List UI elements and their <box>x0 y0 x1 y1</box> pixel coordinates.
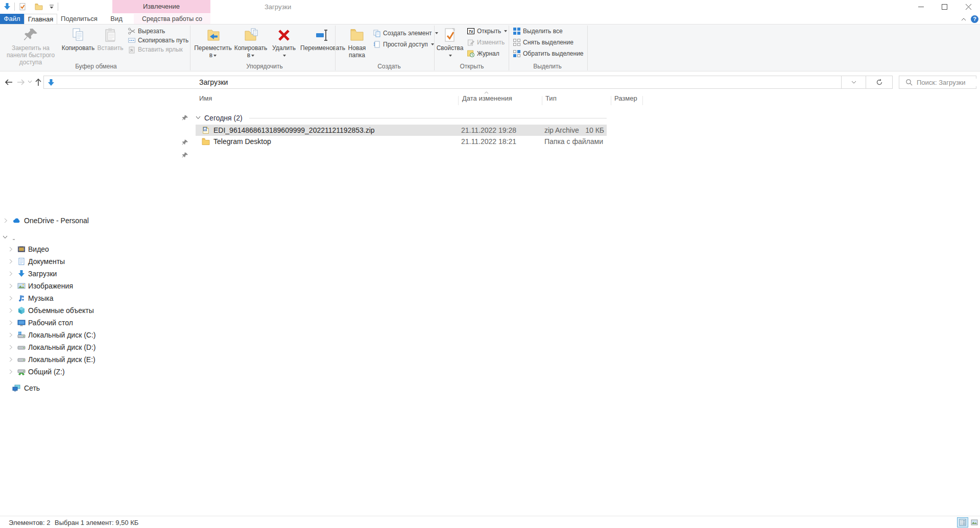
chevron-right-icon[interactable] <box>9 247 13 252</box>
move-to-button[interactable]: Переместить в <box>194 26 232 63</box>
column-separator[interactable] <box>542 96 542 105</box>
sidebar-item-downloads[interactable]: Загрузки <box>0 268 189 280</box>
column-header-size[interactable]: Размер <box>614 94 637 102</box>
search-box[interactable] <box>899 76 976 89</box>
delete-button[interactable]: Удалить <box>270 26 298 63</box>
group-label-clipboard: Буфер обмена <box>55 63 137 70</box>
maximize-button[interactable] <box>933 0 956 14</box>
collapse-group-chevron-icon[interactable] <box>196 116 201 119</box>
sidebar-item-label: Видео <box>28 245 49 253</box>
chevron-down-icon[interactable] <box>3 235 8 239</box>
chevron-right-icon[interactable] <box>9 283 13 289</box>
sidebar-item-network[interactable]: Сеть <box>0 382 189 394</box>
column-separator[interactable] <box>611 96 611 105</box>
chevron-right-icon[interactable] <box>9 308 13 313</box>
search-input[interactable] <box>917 79 977 86</box>
new-item-label: Создать элемент <box>383 30 432 37</box>
sidebar-item-this-pc[interactable] <box>0 232 189 244</box>
sidebar-item-videos[interactable]: Видео <box>0 243 189 255</box>
dropdown-arrow-icon <box>431 43 434 45</box>
chevron-right-icon[interactable] <box>9 259 13 264</box>
rename-icon <box>315 27 331 43</box>
tab-view[interactable]: Вид <box>101 14 132 24</box>
sidebar-item-music[interactable]: Музыка <box>0 292 189 304</box>
edit-button[interactable]: Изменить <box>467 38 505 47</box>
column-header-name[interactable]: Имя <box>199 94 212 102</box>
refresh-icon[interactable] <box>866 76 893 89</box>
collapse-ribbon-icon[interactable] <box>959 15 968 23</box>
sidebar-item-3d-objects[interactable]: Объемные объекты <box>0 304 189 317</box>
copy-path-button[interactable]: Скопировать путь <box>128 36 188 45</box>
group-divider-line <box>249 118 607 118</box>
new-item-button[interactable]: Создать элемент <box>373 29 438 38</box>
address-bar[interactable] <box>43 76 842 89</box>
chevron-right-icon[interactable] <box>9 369 13 374</box>
qat-customize-chevron-icon[interactable] <box>49 4 55 10</box>
address-dropdown-icon[interactable] <box>842 76 866 89</box>
tab-compressed-folder-tools[interactable]: Средства работы со сжатыми папками <box>134 14 210 24</box>
minimize-button[interactable] <box>909 0 933 14</box>
sidebar-item-local-disk-c[interactable]: Локальный диск (C:) <box>0 329 189 341</box>
search-icon <box>905 79 913 86</box>
back-icon[interactable] <box>4 78 13 87</box>
select-none-button[interactable]: Снять выделение <box>513 38 573 47</box>
move-to-icon <box>205 27 221 43</box>
paste-shortcut-button[interactable]: Вставить ярлык <box>128 45 183 54</box>
close-button[interactable] <box>957 0 980 14</box>
chevron-right-icon[interactable] <box>9 296 13 301</box>
date-group-header[interactable]: Сегодня (2) <box>196 113 609 123</box>
sidebar-item-local-disk-e[interactable]: Локальный диск (E:) <box>0 353 189 366</box>
sidebar-item-desktop[interactable]: Рабочий стол <box>0 317 189 329</box>
column-header-date[interactable]: Дата изменения <box>462 94 512 102</box>
history-button[interactable]: Журнал <box>467 49 499 58</box>
dropdown-arrow-icon <box>504 30 507 32</box>
chevron-right-icon[interactable] <box>4 218 8 223</box>
help-icon[interactable]: ? <box>970 15 979 23</box>
explorer-window: Извлечение Загрузки Файл Главная Поделит… <box>0 0 980 528</box>
drive-icon <box>17 355 26 364</box>
select-all-button[interactable]: Выделить все <box>513 27 563 36</box>
chevron-right-icon[interactable] <box>9 271 13 276</box>
new-folder-button[interactable]: Новая папка <box>344 26 370 63</box>
paste-button[interactable]: Вставить <box>96 26 125 63</box>
easy-access-button[interactable]: Простой доступ <box>373 40 434 49</box>
details-view-button[interactable] <box>957 517 968 527</box>
properties-icon <box>442 27 458 43</box>
column-separator[interactable] <box>642 96 643 105</box>
open-button[interactable]: 7z Открыть <box>467 27 507 36</box>
chevron-right-icon[interactable] <box>9 332 13 338</box>
sidebar-item-local-disk-d[interactable]: Локальный диск (D:) <box>0 341 189 353</box>
pin-to-quick-access-button[interactable]: Закрепить на панели быстрого доступа <box>2 26 59 63</box>
column-header-type[interactable]: Тип <box>545 94 557 102</box>
sidebar-item-shared-disk-z[interactable]: Общий (Z:) <box>0 366 189 378</box>
address-path-segment[interactable]: Загрузки <box>199 78 228 86</box>
chevron-right-icon[interactable] <box>9 320 13 325</box>
forward-icon[interactable] <box>16 78 26 87</box>
copy-to-button[interactable]: Копировать в <box>232 26 269 63</box>
qat-properties-icon[interactable] <box>18 3 27 11</box>
qat-new-folder-icon[interactable] <box>35 3 43 11</box>
sidebar-item-pictures[interactable]: Изображения <box>0 280 189 292</box>
column-separator[interactable] <box>458 96 459 105</box>
dropdown-arrow-icon <box>283 55 286 57</box>
tab-share[interactable]: Поделиться <box>57 14 101 24</box>
tab-home[interactable]: Главная <box>24 14 57 24</box>
network-drive-icon <box>17 368 26 376</box>
cut-button[interactable]: Вырезать <box>128 27 165 36</box>
thumbnails-view-button[interactable] <box>969 517 980 527</box>
rename-button[interactable]: Переименовать <box>299 26 347 63</box>
properties-button[interactable]: Свойства <box>435 26 465 63</box>
up-icon[interactable] <box>34 78 43 87</box>
group-separator <box>335 26 336 70</box>
tab-file[interactable]: Файл <box>0 14 24 24</box>
chevron-right-icon[interactable] <box>9 345 13 350</box>
sidebar-item-onedrive[interactable]: OneDrive - Personal <box>0 214 189 227</box>
copy-button[interactable]: Копировать <box>61 26 95 63</box>
invert-selection-button[interactable]: Обратить выделение <box>513 49 584 58</box>
sidebar-item-documents[interactable]: Документы <box>0 255 189 268</box>
file-row-zip[interactable]: z EDI_9614868613189609999_20221121192853… <box>196 125 607 136</box>
move-to-label-line1: Переместить <box>194 44 232 52</box>
file-row-folder[interactable]: Telegram Desktop 21.11.2022 18:21 Папка … <box>196 136 607 147</box>
drive-icon <box>17 343 26 351</box>
chevron-right-icon[interactable] <box>9 357 13 362</box>
